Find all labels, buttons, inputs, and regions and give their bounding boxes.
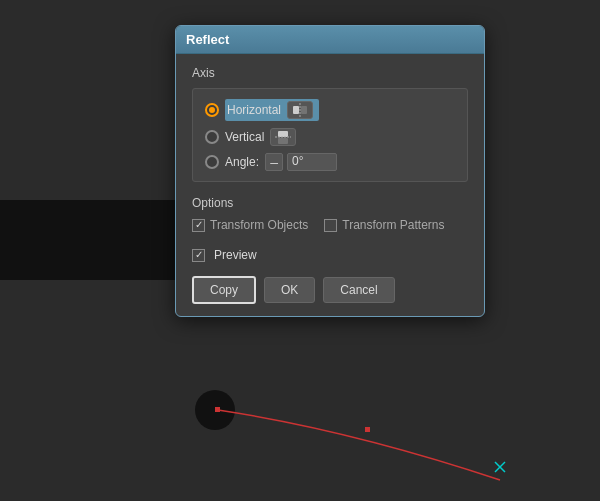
preview-row[interactable]: Preview bbox=[192, 248, 468, 262]
svg-line-3 bbox=[495, 462, 505, 472]
preview-label: Preview bbox=[214, 248, 257, 262]
transform-objects-row[interactable]: Transform Objects bbox=[192, 218, 308, 232]
angle-input[interactable]: 0° bbox=[287, 153, 337, 171]
svg-line-2 bbox=[495, 462, 505, 472]
cancel-button[interactable]: Cancel bbox=[323, 277, 394, 303]
reflect-dialog: Reflect Axis Horizontal bbox=[175, 25, 485, 317]
horizontal-radio[interactable] bbox=[205, 103, 219, 117]
dialog-body: Axis Horizontal bbox=[176, 54, 484, 316]
angle-minus-button[interactable]: – bbox=[265, 153, 283, 171]
transform-patterns-checkbox[interactable] bbox=[324, 219, 337, 232]
options-label: Options bbox=[192, 196, 468, 210]
angle-row: Angle: – 0° bbox=[205, 153, 455, 171]
preview-checkbox[interactable] bbox=[192, 249, 205, 262]
vertical-label: Vertical bbox=[225, 130, 264, 144]
horizontal-icon[interactable] bbox=[287, 101, 313, 119]
vertical-row[interactable]: Vertical bbox=[205, 128, 455, 146]
horizontal-label: Horizontal bbox=[227, 103, 281, 117]
axis-section-label: Axis bbox=[192, 66, 468, 80]
angle-label: Angle: bbox=[225, 155, 259, 169]
svg-rect-4 bbox=[293, 106, 299, 114]
transform-objects-label: Transform Objects bbox=[210, 218, 308, 232]
svg-rect-6 bbox=[301, 106, 307, 114]
vertical-icon[interactable] bbox=[270, 128, 296, 146]
canvas-black-circle bbox=[195, 390, 235, 430]
options-section: Options Transform Objects Transform Patt… bbox=[192, 196, 468, 236]
horizontal-row[interactable]: Horizontal bbox=[205, 99, 455, 121]
horizontal-selected-bg: Horizontal bbox=[225, 99, 319, 121]
dialog-title: Reflect bbox=[186, 32, 229, 47]
copy-button[interactable]: Copy bbox=[192, 276, 256, 304]
svg-rect-1 bbox=[365, 427, 370, 432]
transform-objects-checkbox[interactable] bbox=[192, 219, 205, 232]
svg-rect-7 bbox=[278, 131, 288, 137]
dialog-titlebar: Reflect bbox=[176, 26, 484, 54]
angle-radio[interactable] bbox=[205, 155, 219, 169]
vertical-radio[interactable] bbox=[205, 130, 219, 144]
buttons-row: Copy OK Cancel bbox=[192, 276, 468, 304]
transform-patterns-row[interactable]: Transform Patterns bbox=[324, 218, 444, 232]
axis-section: Horizontal Vertical bbox=[192, 88, 468, 182]
ok-button[interactable]: OK bbox=[264, 277, 315, 303]
svg-rect-9 bbox=[278, 138, 288, 144]
transform-patterns-label: Transform Patterns bbox=[342, 218, 444, 232]
